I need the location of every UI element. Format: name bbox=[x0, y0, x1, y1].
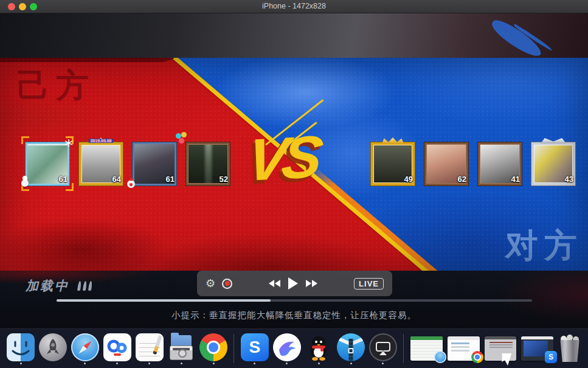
dock-item-print-center[interactable] bbox=[167, 333, 196, 364]
settings-gear-icon[interactable]: ⚙ bbox=[206, 278, 215, 289]
dock: S S bbox=[0, 328, 588, 368]
textedit-icon bbox=[136, 333, 164, 361]
dock-item-sogou[interactable]: S bbox=[240, 333, 269, 364]
player-level: 49 bbox=[404, 175, 413, 184]
dock-separator bbox=[403, 334, 404, 363]
running-indicator bbox=[116, 363, 118, 364]
airplay-mirroring-icon bbox=[369, 333, 397, 361]
playback-control-bar[interactable]: ⚙ LIVE bbox=[197, 271, 392, 296]
finder-icon bbox=[7, 333, 35, 361]
silver-frame-wing-ornament bbox=[541, 138, 566, 144]
enemy-side-label: 对方 bbox=[505, 224, 583, 268]
running-indicator bbox=[350, 363, 352, 364]
dock-item-chrome[interactable] bbox=[199, 333, 229, 364]
snowman-icon bbox=[21, 179, 29, 187]
ally-player-avatar-2: 2019.05.08 64 bbox=[77, 137, 125, 189]
zip-archiver-icon bbox=[337, 333, 365, 361]
game-tip-text: 小提示：垂直握把能大幅降低垂直稳定性，让压枪更容易。 bbox=[0, 310, 588, 321]
enemy-player-avatar-2: 62 bbox=[422, 137, 471, 189]
dock-item-finder[interactable] bbox=[6, 333, 36, 364]
trash-bin bbox=[559, 340, 580, 362]
dock-item-betterzip[interactable] bbox=[336, 333, 366, 364]
player-level: 52 bbox=[220, 175, 228, 184]
safari-badge-icon bbox=[434, 351, 446, 363]
minimized-window-video[interactable]: S bbox=[521, 336, 553, 361]
player-level: 41 bbox=[511, 175, 520, 184]
anniversary-date-ribbon: 2019.05.08 bbox=[88, 139, 113, 143]
minimized-window-dialog[interactable] bbox=[485, 336, 517, 361]
minimized-window-webpage[interactable] bbox=[448, 336, 480, 361]
running-indicator bbox=[254, 363, 255, 364]
launchpad-rocket-icon bbox=[39, 333, 67, 361]
enemy-player-avatar-4: 43 bbox=[529, 137, 578, 189]
baidu-netdisk-cloud-icon bbox=[103, 333, 131, 361]
vs-logo: VS bbox=[244, 127, 320, 190]
player-level: 64 bbox=[112, 175, 121, 184]
running-indicator bbox=[286, 363, 288, 364]
sogou-badge-icon: S bbox=[545, 351, 557, 363]
dock-item-qq[interactable] bbox=[304, 333, 334, 364]
dock-item-launchpad[interactable] bbox=[38, 333, 68, 364]
running-indicator bbox=[181, 363, 182, 364]
player-level: 61 bbox=[166, 175, 175, 184]
ally-side-label: 己方 bbox=[17, 64, 95, 108]
live-badge: LIVE bbox=[354, 278, 384, 290]
window-title: iPhone - 1472x828 bbox=[0, 2, 588, 10]
clown-icon bbox=[127, 180, 135, 188]
loading-label: 加载中 bbox=[26, 277, 69, 294]
dock-item-thunder[interactable] bbox=[272, 333, 302, 364]
play-button[interactable] bbox=[288, 277, 298, 290]
fast-forward-button[interactable] bbox=[306, 280, 317, 287]
bullet-loading-icons bbox=[77, 281, 92, 291]
transport-controls bbox=[269, 277, 317, 290]
qq-penguin-icon bbox=[305, 333, 333, 361]
window-titlebar[interactable]: iPhone - 1472x828 bbox=[0, 0, 588, 13]
dock-item-baidu-netdisk[interactable] bbox=[102, 333, 132, 364]
blue-paint-splatter bbox=[488, 16, 545, 61]
balloons-icon bbox=[176, 133, 181, 139]
folder-printer-icon bbox=[167, 333, 195, 361]
player-level: 62 bbox=[458, 175, 466, 184]
game-top-banner bbox=[0, 13, 588, 58]
dock-item-safari[interactable] bbox=[71, 333, 100, 364]
running-indicator bbox=[318, 363, 320, 364]
running-indicator bbox=[84, 363, 86, 364]
snowflake-icon bbox=[65, 138, 72, 149]
rewind-button[interactable] bbox=[269, 280, 280, 287]
thunder-bird-icon bbox=[273, 333, 301, 361]
ally-player-avatar-4: 52 bbox=[184, 137, 232, 189]
ally-player-avatar-3: 61 bbox=[130, 137, 179, 189]
dock-item-textedit[interactable] bbox=[134, 333, 164, 364]
chrome-icon bbox=[199, 333, 227, 361]
gold-frame-crown-ornament bbox=[382, 137, 404, 144]
record-button[interactable] bbox=[222, 279, 232, 289]
safari-compass-icon bbox=[71, 333, 99, 361]
running-indicator bbox=[213, 363, 215, 364]
loading-indicator: 加载中 bbox=[26, 277, 92, 294]
ally-player-avatar-1: 61 bbox=[23, 137, 72, 189]
running-indicator bbox=[382, 363, 384, 364]
running-indicator bbox=[20, 363, 22, 364]
progress-fill bbox=[57, 299, 271, 302]
loading-progress-track bbox=[57, 299, 532, 302]
enemy-player-avatar-3: 41 bbox=[476, 137, 524, 189]
minimized-window-spreadsheet[interactable] bbox=[410, 336, 443, 361]
dock-item-screen-mirroring[interactable] bbox=[368, 333, 398, 364]
player-level: 43 bbox=[565, 175, 573, 184]
running-indicator bbox=[148, 363, 150, 364]
loading-band: 加载中 ⚙ LIVE 小提示：垂直握把能大幅降低垂直稳定性，让压枪更容易。 bbox=[0, 271, 588, 328]
sogou-input-icon: S bbox=[241, 333, 269, 361]
red-paint-edge bbox=[0, 58, 178, 62]
chrome-badge-icon bbox=[471, 351, 483, 363]
desktop-screen: iPhone - 1472x828 己方 对方 VS 61 2019.05.0 bbox=[0, 0, 588, 368]
dock-separator bbox=[233, 334, 234, 363]
vs-match-screen: 己方 对方 VS 61 2019.05.08 64 61 52 bbox=[0, 58, 588, 271]
enemy-player-avatar-1: 49 bbox=[368, 137, 417, 189]
player-level: 61 bbox=[59, 175, 67, 184]
trash-icon[interactable] bbox=[557, 335, 582, 363]
